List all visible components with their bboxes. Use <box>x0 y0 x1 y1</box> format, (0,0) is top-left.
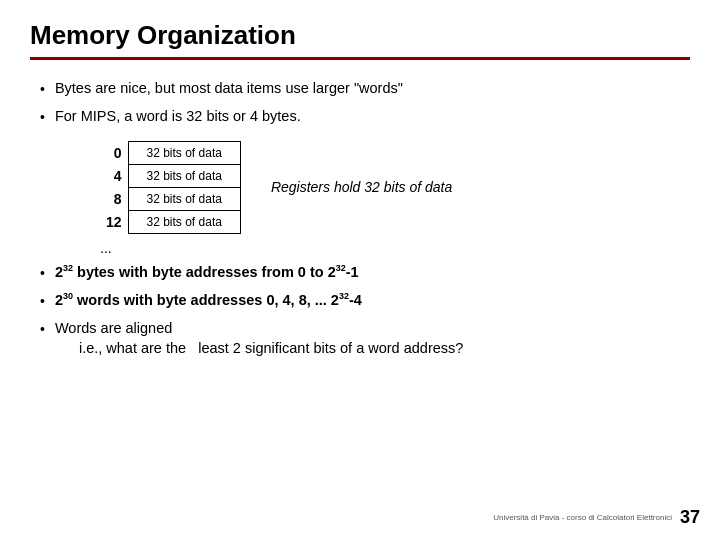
bullet-2: • For MIPS, a word is 32 bits or 4 bytes… <box>40 106 680 126</box>
bullet-1: • Bytes are nice, but most data items us… <box>40 78 680 98</box>
indent-line: i.e., what are the least 2 significant b… <box>79 340 463 356</box>
bullet-dot-2: • <box>40 109 45 125</box>
bullet-text-4: 230 words with byte addresses 0, 4, 8, .… <box>55 290 362 310</box>
bullet-dot-1: • <box>40 81 45 97</box>
footer: Università di Pavia - corso di Calcolato… <box>493 507 700 528</box>
bullet-3: • 232 bytes with byte addresses from 0 t… <box>40 262 680 282</box>
ellipsis: ... <box>100 240 680 256</box>
address-4: 4 <box>100 164 128 187</box>
data-cell-8: 32 bits of data <box>128 187 240 210</box>
bullet-dot-5: • <box>40 321 45 337</box>
bullet-text-3: 232 bytes with byte addresses from 0 to … <box>55 262 359 282</box>
bullet-text-2: For MIPS, a word is 32 bits or 4 bytes. <box>55 106 301 126</box>
registers-label: Registers hold 32 bits of data <box>271 179 452 195</box>
address-0: 0 <box>100 141 128 164</box>
footer-page-number: 37 <box>680 507 700 528</box>
data-cell-0: 32 bits of data <box>128 141 240 164</box>
address-12: 12 <box>100 210 128 233</box>
title-area: Memory Organization <box>30 20 690 60</box>
bullet-5: • Words are aligned i.e., what are the l… <box>40 318 680 359</box>
bullet-text-1: Bytes are nice, but most data items use … <box>55 78 403 98</box>
bullet-dot-3: • <box>40 265 45 281</box>
bullet-4: • 230 words with byte addresses 0, 4, 8,… <box>40 290 680 310</box>
bullet-dot-4: • <box>40 293 45 309</box>
data-cell-4: 32 bits of data <box>128 164 240 187</box>
content-area: • Bytes are nice, but most data items us… <box>30 78 690 359</box>
footer-institution: Università di Pavia - corso di Calcolato… <box>493 513 672 522</box>
table-row: 8 32 bits of data <box>100 187 240 210</box>
memory-table: 0 32 bits of data 4 32 bits of data 8 32… <box>100 141 241 234</box>
slide-title: Memory Organization <box>30 20 690 51</box>
slide: Memory Organization • Bytes are nice, bu… <box>0 0 720 540</box>
table-row: 0 32 bits of data <box>100 141 240 164</box>
bullet-text-5: Words are aligned i.e., what are the lea… <box>55 318 463 359</box>
address-8: 8 <box>100 187 128 210</box>
table-row: 12 32 bits of data <box>100 210 240 233</box>
memory-table-area: 0 32 bits of data 4 32 bits of data 8 32… <box>100 141 680 234</box>
table-row: 4 32 bits of data <box>100 164 240 187</box>
data-cell-12: 32 bits of data <box>128 210 240 233</box>
